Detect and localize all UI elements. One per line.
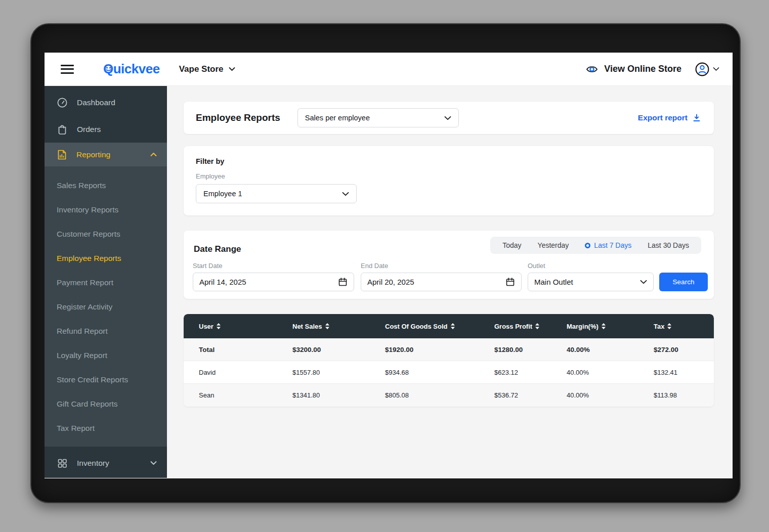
page-title: Employee Reports (196, 112, 280, 123)
preset-yesterday[interactable]: Yesterday (530, 241, 577, 249)
sidebar-item-label: Register Activity (57, 302, 112, 312)
brand-logo[interactable]: Quickvee (103, 61, 160, 77)
preset-last-30-days[interactable]: Last 30 Days (639, 241, 697, 249)
sidebar-item-loyalty-report[interactable]: Loyalty Report (45, 343, 167, 368)
sort-icon (667, 323, 671, 329)
chevron-up-icon (150, 152, 157, 157)
hamburger-menu-icon[interactable] (61, 65, 74, 74)
sidebar-item-label: Reporting (76, 150, 110, 159)
column-label: Cost Of Goods Sold (385, 323, 448, 330)
cell-margin: 40.00% (567, 369, 654, 376)
reporting-icon (57, 149, 67, 160)
cell-cogs: $805.08 (385, 391, 494, 399)
cell-gross-profit: $536.72 (494, 391, 567, 399)
reporting-submenu: Sales Reports Inventory Reports Customer… (45, 166, 167, 447)
cell-tax: $272.00 (654, 346, 714, 353)
preset-today[interactable]: Today (494, 241, 529, 249)
column-label: User (199, 323, 213, 330)
table-row: David $1557.80 $934.68 $623.12 40.00% $1… (184, 361, 714, 384)
end-date-label: End Date (361, 262, 388, 270)
report-type-select[interactable]: Sales per employee (297, 108, 459, 127)
sidebar-item-label: Tax Report (57, 424, 95, 433)
download-icon (693, 114, 701, 122)
view-online-store-button[interactable]: View Online Store (586, 64, 681, 74)
table-row: Sean $1341.80 $805.08 $536.72 40.00% $11… (184, 384, 714, 407)
cell-tax: $113.98 (654, 391, 714, 399)
table-row-total: Total $3200.00 $1920.00 $1280.00 40.00% … (184, 338, 714, 361)
column-header-user[interactable]: User (184, 323, 292, 330)
employee-select-value: Employee 1 (203, 190, 242, 198)
orders-icon (57, 124, 68, 135)
sidebar-item-dashboard[interactable]: Dashboard (45, 89, 167, 116)
sidebar-item-label: Customer Reports (57, 230, 120, 239)
preset-label: Last 30 Days (648, 241, 689, 249)
dashboard-icon (57, 97, 68, 108)
start-date-input[interactable]: April 14, 2025 (193, 273, 354, 291)
sidebar-item-orders[interactable]: Orders (45, 116, 167, 143)
sidebar-item-inventory-reports[interactable]: Inventory Reports (45, 198, 167, 222)
employee-select[interactable]: Employee 1 (196, 184, 357, 203)
start-date-label: Start Date (193, 262, 223, 270)
report-type-value: Sales per employee (305, 114, 370, 122)
sidebar-item-label: Payment Report (57, 278, 113, 287)
sidebar-item-customer-reports[interactable]: Customer Reports (45, 222, 167, 246)
cell-gross-profit: $623.12 (494, 369, 567, 376)
preset-last-7-days[interactable]: Last 7 Days (577, 241, 639, 249)
main-content: Employee Reports Sales per employee Expo… (167, 86, 733, 478)
sidebar-item-tax-report[interactable]: Tax Report (45, 416, 167, 440)
filter-title: Filter by (196, 157, 702, 165)
chevron-down-icon (444, 116, 451, 120)
view-online-store-label: View Online Store (604, 64, 681, 74)
end-date-value: April 20, 2025 (367, 278, 414, 286)
outlet-select[interactable]: Main Outlet (528, 273, 654, 291)
calendar-icon (505, 277, 515, 287)
export-report-button[interactable]: Export report (638, 113, 707, 122)
end-date-input[interactable]: April 20, 2025 (361, 273, 522, 291)
sidebar-item-reporting[interactable]: Reporting (45, 143, 167, 166)
column-header-net-sales[interactable]: Net Sales (292, 323, 385, 330)
sidebar-item-label: Gift Card Reports (57, 400, 118, 409)
sidebar-item-label: Refund Report (57, 327, 108, 336)
start-date-value: April 14, 2025 (199, 278, 246, 286)
chevron-down-icon (713, 67, 719, 71)
sidebar-item-label: Loyalty Report (57, 351, 107, 360)
chevron-down-icon (342, 192, 349, 196)
sidebar-item-refund-report[interactable]: Refund Report (45, 319, 167, 343)
preset-label: Yesterday (538, 241, 569, 249)
logo-face-icon (104, 66, 113, 72)
column-header-margin[interactable]: Margin(%) (567, 323, 654, 330)
sidebar-item-payment-report[interactable]: Payment Report (45, 271, 167, 295)
search-button[interactable]: Search (659, 273, 708, 291)
preset-label: Today (502, 241, 521, 249)
sidebar-item-inventory[interactable]: Inventory (45, 450, 167, 476)
profile-menu[interactable] (695, 62, 719, 77)
table-body: Total $3200.00 $1920.00 $1280.00 40.00% … (184, 338, 714, 407)
store-selector[interactable]: Vape Store (179, 64, 235, 74)
column-label: Tax (654, 323, 664, 330)
cell-cogs: $1920.00 (385, 346, 494, 353)
sidebar-item-purchase-orders[interactable]: Purchase Orders (45, 476, 167, 478)
date-preset-group: Today Yesterday Last 7 Days Last 30 Days (490, 237, 701, 254)
radio-selected-icon (585, 243, 590, 248)
date-range-title: Date Range (194, 244, 241, 254)
column-header-cogs[interactable]: Cost Of Goods Sold (385, 323, 494, 330)
cell-user: David (184, 369, 292, 376)
eye-icon (586, 65, 598, 74)
tablet-frame: Quickvee Vape Store View Online Store (30, 23, 741, 503)
sidebar-item-sales-reports[interactable]: Sales Reports (45, 173, 167, 198)
sidebar-item-label: Employee Reports (57, 254, 121, 263)
column-header-tax[interactable]: Tax (654, 323, 714, 330)
sort-icon (217, 323, 221, 329)
sidebar-item-employee-reports[interactable]: Employee Reports (45, 246, 167, 271)
report-table: User Net Sales Cost Of Goods Sold Gross … (184, 314, 714, 407)
column-header-gross-profit[interactable]: Gross Profit (494, 323, 567, 330)
sidebar-item-store-credit-reports[interactable]: Store Credit Reports (45, 368, 167, 392)
sidebar-item-label: Inventory (77, 459, 109, 468)
sidebar-item-register-activity[interactable]: Register Activity (45, 295, 167, 319)
cell-net-sales: $1341.80 (292, 391, 385, 399)
report-header-card: Employee Reports Sales per employee Expo… (184, 102, 714, 134)
cell-gross-profit: $1280.00 (494, 346, 567, 353)
sort-icon (602, 323, 606, 329)
cell-tax: $132.41 (654, 369, 714, 376)
sidebar-item-gift-card-reports[interactable]: Gift Card Reports (45, 392, 167, 416)
